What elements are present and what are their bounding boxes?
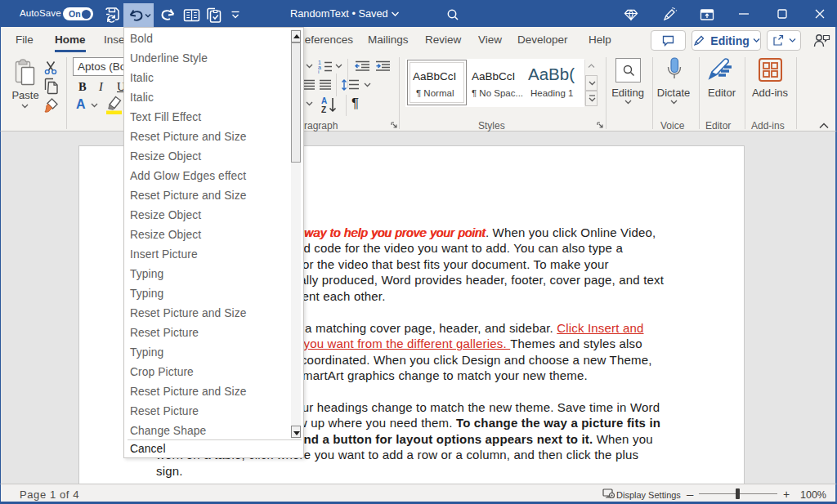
svg-text:Z: Z [321, 105, 326, 114]
svg-text:A: A [321, 96, 327, 105]
